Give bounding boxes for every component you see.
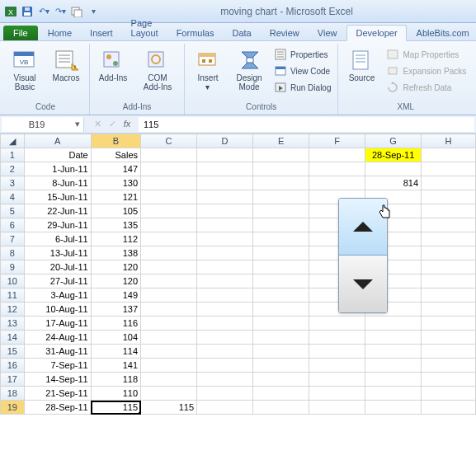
qat-customize-button[interactable]: ▾ [86, 4, 101, 19]
cell[interactable] [422, 387, 476, 401]
cell[interactable]: 104 [91, 331, 140, 345]
cell[interactable] [253, 232, 309, 246]
select-all-button[interactable]: ◢ [1, 134, 25, 148]
cell[interactable] [253, 387, 309, 401]
row-header[interactable]: 14 [1, 331, 25, 345]
cell[interactable] [309, 345, 365, 359]
cell[interactable] [141, 373, 197, 387]
cell[interactable] [365, 162, 422, 176]
row-header[interactable]: 18 [1, 387, 25, 401]
cell[interactable]: 137 [91, 303, 140, 317]
name-box-dropdown-icon[interactable]: ▾ [72, 119, 83, 129]
row-header[interactable]: 19 [1, 401, 25, 415]
cell[interactable] [365, 345, 422, 359]
cell[interactable] [253, 204, 309, 218]
cell[interactable] [141, 303, 197, 317]
cell[interactable] [365, 401, 422, 415]
macros-button[interactable]: ! Macros [46, 45, 86, 84]
cell[interactable] [253, 190, 309, 204]
tab-review[interactable]: Review [262, 26, 308, 40]
cell[interactable]: 118 [91, 373, 140, 387]
col-header[interactable]: F [309, 134, 365, 148]
cell[interactable]: 147 [91, 162, 140, 176]
redo-button[interactable]: ↷▾ [53, 4, 68, 19]
cell[interactable] [141, 331, 197, 345]
cell[interactable] [141, 218, 197, 232]
view-code-button[interactable]: View Code [271, 63, 334, 78]
cell[interactable] [309, 148, 365, 162]
cell[interactable] [253, 373, 309, 387]
cell[interactable] [422, 359, 476, 373]
cell[interactable] [141, 190, 197, 204]
spin-down-button[interactable] [339, 256, 387, 312]
cell[interactable] [422, 303, 476, 317]
cell[interactable] [422, 232, 476, 246]
col-header[interactable]: D [197, 134, 253, 148]
col-header[interactable]: B [91, 134, 140, 148]
cell[interactable] [422, 260, 476, 274]
run-dialog-button[interactable]: Run Dialog [271, 80, 334, 95]
expansion-packs-button[interactable]: Expansion Packs [383, 63, 469, 78]
cell[interactable] [253, 176, 309, 190]
cell[interactable] [253, 288, 309, 303]
fill-handle[interactable] [139, 412, 141, 415]
cell[interactable] [253, 401, 309, 415]
cell[interactable]: 21-Sep-11 [24, 387, 91, 401]
source-button[interactable]: Source [342, 45, 381, 84]
name-box-value[interactable]: B19 [2, 119, 72, 130]
cell[interactable] [422, 288, 476, 303]
tab-page-layout[interactable]: Page Layout [123, 16, 167, 40]
save-button[interactable] [20, 4, 35, 19]
cell[interactable] [253, 331, 309, 345]
cell[interactable] [197, 288, 253, 303]
cell[interactable] [422, 190, 476, 204]
cell[interactable]: 28-Sep-11 [365, 148, 422, 162]
cell[interactable]: 14-Sep-11 [24, 373, 91, 387]
cell[interactable] [422, 331, 476, 345]
cell[interactable] [253, 246, 309, 260]
cell[interactable]: 105 [91, 204, 140, 218]
cell[interactable] [253, 359, 309, 373]
row-header[interactable]: 17 [1, 373, 25, 387]
cell[interactable]: 130 [91, 176, 140, 190]
cell[interactable] [253, 162, 309, 176]
cell[interactable]: 31-Aug-11 [24, 345, 91, 359]
cell[interactable] [422, 373, 476, 387]
cell[interactable]: 28-Sep-11 [24, 401, 91, 415]
cell[interactable] [197, 274, 253, 288]
cell[interactable] [422, 204, 476, 218]
cell[interactable] [253, 148, 309, 162]
com-addins-button[interactable]: COM Add-Ins [134, 45, 181, 93]
cell[interactable]: 15-Jun-11 [24, 190, 91, 204]
cell[interactable] [309, 331, 365, 345]
undo-button[interactable]: ↶▾ [36, 4, 51, 19]
cell[interactable]: 110 [91, 387, 140, 401]
cell[interactable]: 17-Aug-11 [24, 317, 91, 331]
cell[interactable] [365, 387, 422, 401]
row-header[interactable]: 5 [1, 204, 25, 218]
cell[interactable] [253, 218, 309, 232]
cell[interactable]: 1-Jun-11 [24, 162, 91, 176]
cell[interactable] [422, 246, 476, 260]
cell[interactable] [422, 176, 476, 190]
qat-extra-button[interactable] [69, 4, 84, 19]
row-header[interactable]: 11 [1, 288, 25, 303]
map-properties-button[interactable]: Map Properties [383, 47, 469, 62]
cell[interactable]: 20-Jul-11 [24, 260, 91, 274]
row-header[interactable]: 1 [1, 148, 25, 162]
cell[interactable] [197, 218, 253, 232]
cell[interactable]: 7-Sep-11 [24, 359, 91, 373]
worksheet-grid[interactable]: ◢ A B C D E F G H 1DateSales28-Sep-1121-… [0, 134, 476, 415]
cell[interactable]: 114 [91, 345, 140, 359]
cell[interactable] [253, 274, 309, 288]
tab-developer[interactable]: Developer [346, 25, 406, 41]
cell[interactable]: 6-Jul-11 [24, 232, 91, 246]
tab-formulas[interactable]: Formulas [168, 26, 223, 40]
cell[interactable] [365, 359, 422, 373]
cell[interactable] [141, 317, 197, 331]
cell[interactable] [422, 162, 476, 176]
cell[interactable] [197, 331, 253, 345]
cell[interactable] [197, 148, 253, 162]
cell[interactable] [422, 148, 476, 162]
cell[interactable]: 120 [91, 274, 140, 288]
